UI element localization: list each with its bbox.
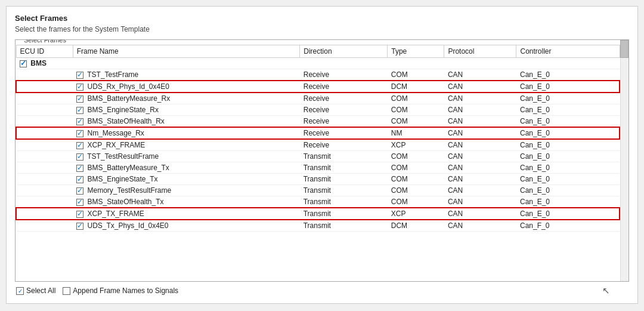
main-container: Select Frames Select the frames for the … (6, 6, 638, 304)
controller-cell: Can_E_0 (516, 116, 620, 128)
table-row[interactable]: TST_TestResultFrameTransmitCOMCANCan_E_0 (16, 151, 620, 162)
type-cell: COM (388, 116, 444, 128)
type-cell: COM (388, 174, 444, 185)
protocol-cell: CAN (444, 104, 516, 116)
page-subtitle: Select the frames for the System Templat… (15, 25, 629, 33)
row-checkbox[interactable] (76, 187, 83, 195)
type-cell: NM (388, 127, 444, 139)
direction-cell: Receive (300, 104, 388, 116)
direction-cell: Transmit (300, 174, 388, 185)
select-all-checkbox[interactable]: ✓ (16, 287, 24, 295)
append-frame-names-label[interactable]: Append Frame Names to Signals (63, 287, 178, 295)
protocol-cell: CAN (444, 81, 516, 93)
frame-box-label: Select Frames (20, 39, 70, 45)
frame-name-text: TST_TestFrame (85, 70, 138, 79)
bottom-bar: ✓ Select All Append Frame Names to Signa… (15, 282, 629, 297)
scrollbar-track[interactable] (620, 40, 628, 281)
controller-cell: Can_E_0 (516, 93, 620, 104)
frame-name-text: TST_TestResultFrame (85, 152, 159, 161)
frame-name-text: BMS_StateOfHealth_Rx (85, 117, 165, 125)
row-checkbox[interactable] (76, 130, 83, 137)
row-checkbox[interactable] (76, 96, 83, 103)
row-checkbox[interactable] (76, 199, 83, 206)
page-title: Select Frames (15, 14, 629, 23)
row-checkbox[interactable] (76, 107, 83, 114)
row-checkbox[interactable] (76, 211, 83, 218)
type-cell: COM (388, 185, 444, 196)
type-cell: DCM (388, 81, 444, 93)
direction-cell: Transmit (300, 220, 388, 232)
direction-cell: Receive (300, 93, 388, 104)
direction-cell: Transmit (300, 208, 388, 220)
row-checkbox[interactable] (76, 165, 83, 172)
row-checkbox[interactable] (76, 223, 83, 230)
direction-cell: Receive (300, 139, 388, 151)
controller-cell: Can_E_0 (516, 174, 620, 185)
frame-name-text: Nm_Message_Rx (85, 129, 144, 137)
frame-name-text: UDS_Tx_Phys_Id_0x4E0 (85, 221, 168, 230)
table-row[interactable]: TST_TestFrameReceiveCOMCANCan_E_0 (16, 69, 620, 81)
scrollbar-thumb[interactable] (620, 40, 628, 58)
type-cell: XCP (388, 208, 444, 220)
protocol-cell: CAN (444, 151, 516, 162)
direction-cell: Receive (300, 127, 388, 139)
table-row[interactable]: BMS_StateOfHealth_TxTransmitCOMCANCan_E_… (16, 196, 620, 208)
col-header-protocol: Protocol (444, 45, 516, 58)
direction-cell: Transmit (300, 196, 388, 208)
table-row[interactable]: BMS_EngineState_TxTransmitCOMCANCan_E_0 (16, 174, 620, 185)
table-row[interactable]: XCP_RX_FRAMEReceiveXCPCANCan_E_0 (16, 139, 620, 151)
protocol-cell: CAN (444, 196, 516, 208)
type-cell: XCP (388, 139, 444, 151)
controller-cell: Can_E_0 (516, 185, 620, 196)
type-cell: COM (388, 196, 444, 208)
row-checkbox[interactable] (76, 72, 83, 79)
protocol-cell: CAN (444, 174, 516, 185)
type-cell: COM (388, 162, 444, 174)
table-wrapper[interactable]: ECU ID Frame Name Direction Type Protoco… (16, 45, 628, 281)
select-all-label[interactable]: ✓ Select All (16, 287, 55, 295)
protocol-cell: CAN (444, 208, 516, 220)
controller-cell: Can_E_0 (516, 81, 620, 93)
table-row[interactable]: UDS_Rx_Phys_Id_0x4E0ReceiveDCMCANCan_E_0 (16, 81, 620, 93)
frame-name-text: BMS_StateOfHealth_Tx (85, 198, 163, 206)
controller-cell: Can_E_0 (516, 69, 620, 81)
controller-cell: Can_E_0 (516, 208, 620, 220)
table-row[interactable]: BMS (16, 58, 620, 69)
protocol-cell: CAN (444, 93, 516, 104)
row-checkbox[interactable] (76, 153, 83, 161)
frame-name-text: XCP_RX_FRAME (85, 141, 145, 149)
row-checkbox[interactable] (76, 84, 83, 91)
protocol-cell: CAN (444, 116, 516, 128)
protocol-cell: CAN (444, 127, 516, 139)
table-row[interactable]: XCP_TX_FRAMETransmitXCPCANCan_E_0 (16, 208, 620, 220)
type-cell: COM (388, 69, 444, 81)
table-header-row: ECU ID Frame Name Direction Type Protoco… (16, 45, 620, 58)
frame-name-text: BMS_BatteryMeasure_Tx (85, 164, 169, 172)
protocol-cell: CAN (444, 139, 516, 151)
frames-table: ECU ID Frame Name Direction Type Protoco… (16, 45, 620, 232)
row-checkbox[interactable] (76, 142, 83, 149)
col-header-controller: Controller (516, 45, 620, 58)
table-row[interactable]: BMS_BatteryMeasure_RxReceiveCOMCANCan_E_… (16, 93, 620, 104)
controller-cell: Can_E_0 (516, 196, 620, 208)
col-header-ecuid: ECU ID (16, 45, 73, 58)
frame-box: Select Frames ECU ID Frame Name Directio… (15, 39, 629, 282)
row-checkbox[interactable] (76, 176, 83, 183)
protocol-cell: CAN (444, 220, 516, 232)
table-row[interactable]: Memory_TestResultFrameTransmitCOMCANCan_… (16, 185, 620, 196)
table-row[interactable]: BMS_BatteryMeasure_TxTransmitCOMCANCan_E… (16, 162, 620, 174)
row-checkbox[interactable] (76, 118, 83, 125)
arrow-cursor-indicator: ↖ (602, 285, 610, 296)
direction-cell: Receive (300, 69, 388, 81)
append-frame-names-checkbox[interactable] (63, 287, 70, 295)
direction-cell: Transmit (300, 162, 388, 174)
protocol-cell: CAN (444, 185, 516, 196)
table-row[interactable]: UDS_Tx_Phys_Id_0x4E0TransmitDCMCANCan_F_… (16, 220, 620, 232)
table-row[interactable]: BMS_EngineState_RxReceiveCOMCANCan_E_0 (16, 104, 620, 116)
col-header-direction: Direction (300, 45, 388, 58)
table-row[interactable]: BMS_StateOfHealth_RxReceiveCOMCANCan_E_0 (16, 116, 620, 128)
protocol-cell: CAN (444, 162, 516, 174)
frame-name-text: BMS_EngineState_Tx (85, 175, 157, 183)
table-row[interactable]: Nm_Message_RxReceiveNMCANCan_E_0 (16, 127, 620, 139)
type-cell: COM (388, 151, 444, 162)
